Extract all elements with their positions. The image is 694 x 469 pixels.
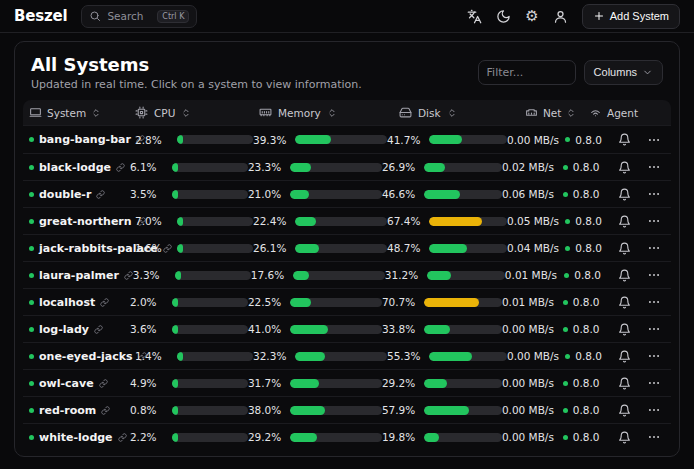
cpu-cell: 3.5% bbox=[130, 188, 248, 200]
row-actions bbox=[618, 187, 665, 201]
link-icon[interactable] bbox=[101, 406, 110, 415]
bell-icon[interactable] bbox=[618, 377, 631, 390]
ellipsis-icon[interactable] bbox=[647, 241, 661, 255]
column-label: Net bbox=[543, 107, 561, 119]
memory-value: 23.3% bbox=[248, 161, 284, 173]
column-label: Disk bbox=[418, 107, 441, 119]
bell-icon[interactable] bbox=[618, 188, 631, 201]
bell-icon[interactable] bbox=[618, 350, 631, 363]
link-icon[interactable] bbox=[100, 298, 109, 307]
table-row[interactable]: red-room 0.8% 38.0% 57.9% 0.00 MB/s 0.8.… bbox=[23, 396, 671, 423]
cpu-bar bbox=[172, 163, 248, 172]
bell-icon[interactable] bbox=[618, 323, 631, 336]
theme-toggle-moon-icon[interactable] bbox=[496, 9, 511, 24]
user-icon[interactable] bbox=[553, 9, 568, 24]
table-row[interactable]: white-lodge 2.2% 29.2% 19.8% 0.00 MB/s 0… bbox=[23, 423, 671, 450]
system-cell: log-lady bbox=[29, 323, 130, 336]
table-row[interactable]: one-eyed-jacks 1.4% 32.3% 55.3% 0.00 MB/… bbox=[23, 342, 671, 369]
link-icon[interactable] bbox=[96, 190, 105, 199]
system-cell: bang-bang-bar bbox=[29, 133, 135, 146]
memory-value: 31.7% bbox=[248, 377, 284, 389]
ellipsis-icon[interactable] bbox=[647, 133, 661, 147]
row-actions bbox=[618, 376, 665, 390]
table-row[interactable]: black-lodge 6.1% 23.3% 26.9% 0.02 MB/s 0… bbox=[23, 153, 671, 180]
system-cell: great-northern bbox=[29, 215, 135, 228]
ellipsis-icon[interactable] bbox=[647, 187, 661, 201]
languages-icon[interactable] bbox=[467, 9, 482, 24]
agent-status-dot bbox=[563, 165, 568, 170]
net-value: 0.00 MB/s bbox=[502, 431, 554, 443]
disk-value: 55.3% bbox=[387, 350, 423, 362]
columns-dropdown-button[interactable]: Columns bbox=[584, 60, 663, 85]
column-header-disk[interactable]: Disk bbox=[399, 106, 525, 119]
row-actions bbox=[618, 349, 665, 363]
net-value: 0.01 MB/s bbox=[502, 296, 554, 308]
bell-icon[interactable] bbox=[618, 161, 631, 174]
cpu-bar bbox=[172, 190, 248, 199]
ellipsis-icon[interactable] bbox=[647, 430, 661, 444]
ellipsis-icon[interactable] bbox=[647, 214, 661, 228]
add-system-button[interactable]: Add System bbox=[582, 4, 680, 29]
sort-icon bbox=[447, 108, 457, 118]
search-input[interactable]: Search Ctrl K bbox=[81, 5, 197, 28]
ellipsis-icon[interactable] bbox=[647, 349, 661, 363]
bell-icon[interactable] bbox=[618, 242, 631, 255]
table-row[interactable]: bang-bang-bar 2.8% 39.3% 41.7% 0.00 MB/s… bbox=[23, 126, 671, 153]
net-cell: 0.04 MB/s bbox=[507, 241, 565, 255]
card-header: All Systems Updated in real time. Click … bbox=[23, 52, 671, 92]
memory-cell: 23.3% bbox=[248, 161, 382, 173]
ellipsis-icon[interactable] bbox=[647, 295, 661, 309]
cpu-value: 3.3% bbox=[133, 269, 169, 281]
net-cell: 0.02 MB/s bbox=[502, 160, 563, 174]
memory-value: 29.2% bbox=[248, 431, 284, 443]
cpu-cell: 3.3% bbox=[133, 269, 251, 281]
table-row[interactable]: jack-rabbits-palace 1.6% 26.1% 48.7% 0.0… bbox=[23, 234, 671, 261]
header-actions: ⚙ Add System bbox=[467, 4, 680, 29]
table-row[interactable]: laura-palmer 3.3% 17.6% 31.2% 0.01 MB/s … bbox=[23, 261, 671, 288]
link-icon[interactable] bbox=[99, 379, 108, 388]
status-dot bbox=[29, 435, 34, 440]
memory-bar-fill bbox=[290, 379, 319, 388]
bell-icon[interactable] bbox=[618, 215, 631, 228]
column-header-agent[interactable]: Agent bbox=[589, 106, 647, 119]
ellipsis-icon[interactable] bbox=[647, 322, 661, 336]
table-row[interactable]: localhost 2.0% 22.5% 70.7% 0.01 MB/s 0.8… bbox=[23, 288, 671, 315]
bell-icon[interactable] bbox=[618, 133, 631, 146]
agent-status-dot bbox=[563, 300, 568, 305]
disk-bar-fill bbox=[429, 244, 467, 253]
disk-bar bbox=[429, 352, 507, 361]
table-row[interactable]: owl-cave 4.9% 31.7% 29.2% 0.00 MB/s 0.8.… bbox=[23, 369, 671, 396]
table-row[interactable]: log-lady 3.6% 41.0% 33.8% 0.00 MB/s 0.8.… bbox=[23, 315, 671, 342]
cpu-value: 0.8% bbox=[130, 404, 166, 416]
ellipsis-icon[interactable] bbox=[647, 403, 661, 417]
table-row[interactable]: double-r 3.5% 21.0% 46.6% 0.06 MB/s 0.8.… bbox=[23, 180, 671, 207]
app-logo[interactable]: Beszel bbox=[14, 7, 67, 25]
agent-status-dot bbox=[563, 192, 568, 197]
bell-icon[interactable] bbox=[618, 269, 631, 282]
column-header-memory[interactable]: Memory bbox=[259, 106, 399, 119]
system-cell: localhost bbox=[29, 296, 130, 309]
table-row[interactable]: great-northern 7.0% 22.4% 67.4% 0.05 MB/… bbox=[23, 207, 671, 234]
link-icon[interactable] bbox=[118, 433, 127, 442]
ellipsis-icon[interactable] bbox=[647, 160, 661, 174]
ellipsis-icon[interactable] bbox=[647, 268, 661, 282]
agent-status-dot bbox=[563, 327, 568, 332]
column-header-system[interactable]: System bbox=[29, 106, 135, 119]
bell-icon[interactable] bbox=[618, 404, 631, 417]
settings-gear-icon[interactable]: ⚙ bbox=[525, 9, 538, 24]
status-dot bbox=[29, 192, 34, 197]
link-icon[interactable] bbox=[94, 325, 103, 334]
column-header-net[interactable]: Net bbox=[525, 106, 589, 119]
link-icon[interactable] bbox=[116, 163, 125, 172]
net-value: 0.00 MB/s bbox=[502, 323, 554, 335]
net-value: 0.00 MB/s bbox=[507, 134, 559, 146]
filter-input[interactable] bbox=[478, 60, 576, 85]
column-header-cpu[interactable]: CPU bbox=[135, 106, 259, 119]
ellipsis-icon[interactable] bbox=[647, 376, 661, 390]
bell-icon[interactable] bbox=[618, 296, 631, 309]
disk-bar-fill bbox=[427, 271, 451, 280]
columns-label: Columns bbox=[594, 66, 637, 78]
bell-icon[interactable] bbox=[618, 431, 631, 444]
link-icon[interactable] bbox=[124, 271, 133, 280]
row-actions bbox=[618, 403, 665, 417]
